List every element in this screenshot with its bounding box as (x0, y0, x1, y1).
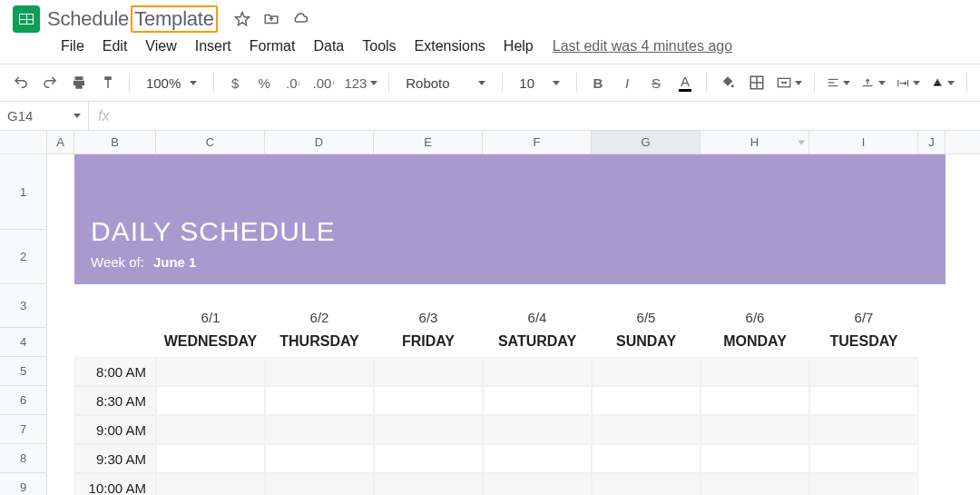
format-currency-button[interactable]: $ (223, 70, 247, 95)
slot-cell[interactable] (592, 444, 701, 473)
menu-data[interactable]: Data (305, 35, 352, 58)
slot-cell[interactable] (374, 386, 483, 415)
row-header-6[interactable]: 6 (0, 386, 47, 415)
slot-cell[interactable] (809, 473, 918, 495)
strikethrough-button[interactable]: S (644, 70, 668, 95)
slot-cell[interactable] (809, 357, 918, 386)
menu-view[interactable]: View (137, 35, 184, 58)
column-header-H[interactable]: H (701, 131, 809, 153)
row-header-3[interactable]: 3 (0, 284, 47, 328)
slot-cell[interactable] (592, 386, 701, 415)
slot-cell[interactable] (701, 357, 809, 386)
text-wrap-dropdown[interactable] (894, 70, 923, 95)
column-header-I[interactable]: I (809, 131, 918, 153)
text-color-button[interactable]: A (673, 70, 697, 95)
slot-cell[interactable] (592, 357, 701, 386)
menu-extensions[interactable]: Extensions (407, 35, 494, 58)
menu-tools[interactable]: Tools (354, 35, 404, 58)
italic-button[interactable]: I (615, 70, 639, 95)
slot-cell[interactable] (265, 415, 374, 444)
slot-cell[interactable] (592, 473, 701, 495)
slot-cell[interactable] (156, 386, 265, 415)
column-header-D[interactable]: D (265, 131, 374, 153)
font-dropdown[interactable]: Roboto (398, 70, 493, 95)
merge-cells-dropdown[interactable] (774, 70, 805, 95)
row-header-5[interactable]: 5 (0, 357, 47, 386)
slot-cell[interactable] (156, 444, 265, 473)
undo-button[interactable] (9, 70, 33, 95)
doc-title-part-2-highlighted[interactable]: Template (131, 5, 218, 33)
redo-button[interactable] (38, 70, 62, 95)
formula-input[interactable] (118, 102, 980, 130)
column-header-E[interactable]: E (374, 131, 483, 153)
name-box[interactable]: G14 (0, 102, 89, 130)
slot-cell[interactable] (374, 473, 483, 495)
slot-cell[interactable] (483, 444, 592, 473)
select-all-corner[interactable] (0, 131, 47, 154)
day-name-0: WEDNESDAY (156, 333, 265, 350)
last-edit-link[interactable]: Last edit was 4 minutes ago (553, 38, 732, 54)
slot-cell[interactable] (483, 415, 592, 444)
row-header-1[interactable]: 1 (0, 154, 47, 230)
slot-cell[interactable] (265, 473, 374, 495)
doc-title[interactable]: Schedule Template (44, 5, 218, 33)
column-header-C[interactable]: C (156, 131, 265, 153)
slot-cell[interactable] (156, 357, 265, 386)
zoom-dropdown[interactable]: 100% (139, 70, 204, 95)
row-header-2[interactable]: 2 (0, 230, 47, 284)
paint-format-button[interactable] (96, 70, 120, 95)
decrease-decimals-button[interactable]: .0↓ (281, 70, 305, 95)
slot-cell[interactable] (592, 415, 701, 444)
menu-insert[interactable]: Insert (187, 35, 240, 58)
slot-cell[interactable] (809, 415, 918, 444)
column-header-J[interactable]: J (918, 131, 946, 153)
slot-cell[interactable] (265, 357, 374, 386)
borders-button[interactable] (745, 70, 769, 95)
row-header-8[interactable]: 8 (0, 444, 47, 473)
slot-cell[interactable] (374, 357, 483, 386)
menu-edit[interactable]: Edit (94, 35, 136, 58)
horizontal-align-dropdown[interactable] (824, 70, 853, 95)
print-button[interactable] (67, 70, 91, 95)
cloud-status-icon[interactable] (292, 11, 309, 27)
slot-cell[interactable] (265, 386, 374, 415)
slot-cell[interactable] (701, 444, 809, 473)
column-header-B[interactable]: B (74, 131, 156, 153)
fill-color-button[interactable] (716, 70, 740, 95)
column-header-A[interactable]: A (47, 131, 74, 153)
column-header-F[interactable]: F (483, 131, 592, 153)
slot-cell[interactable] (156, 415, 265, 444)
increase-decimals-button[interactable]: .00↑ (310, 70, 337, 95)
slot-cell[interactable] (374, 415, 483, 444)
row-header-9[interactable]: 9 (0, 473, 47, 495)
row-headers[interactable]: 123456789 (0, 154, 47, 495)
star-icon[interactable] (234, 11, 250, 27)
slot-cell[interactable] (809, 444, 918, 473)
vertical-align-dropdown[interactable] (858, 70, 887, 95)
format-percent-button[interactable]: % (252, 70, 276, 95)
slot-cell[interactable] (483, 357, 592, 386)
slot-cell[interactable] (701, 415, 809, 444)
spreadsheet-grid[interactable]: ABCDEFGHIJ 123456789 DAILY SCHEDULEWeek … (0, 131, 980, 495)
bold-button[interactable]: B (586, 70, 610, 95)
row-header-4[interactable]: 4 (0, 328, 47, 357)
slot-cell[interactable] (483, 386, 592, 415)
slot-cell[interactable] (701, 473, 809, 495)
move-folder-icon[interactable] (263, 11, 279, 27)
menu-help[interactable]: Help (495, 35, 542, 58)
text-rotation-dropdown[interactable] (928, 70, 957, 95)
slot-cell[interactable] (701, 386, 809, 415)
row-header-7[interactable]: 7 (0, 415, 47, 444)
slot-cell[interactable] (483, 473, 592, 495)
doc-title-part-1[interactable]: Schedule (44, 5, 132, 33)
sheets-logo[interactable] (9, 2, 44, 36)
column-header-G[interactable]: G (592, 131, 701, 153)
more-formats-dropdown[interactable]: 123 (343, 70, 380, 95)
slot-cell[interactable] (809, 386, 918, 415)
menu-file[interactable]: File (53, 35, 93, 58)
slot-cell[interactable] (156, 473, 265, 495)
menu-format[interactable]: Format (241, 35, 304, 58)
slot-cell[interactable] (265, 444, 374, 473)
font-size-dropdown[interactable]: 10 (512, 70, 567, 95)
slot-cell[interactable] (374, 444, 483, 473)
